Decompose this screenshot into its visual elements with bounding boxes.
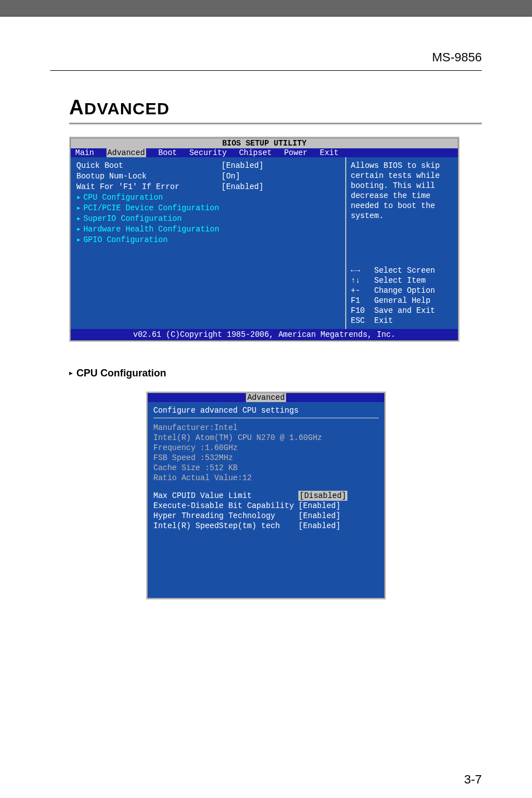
tab-chipset[interactable]: Chipset xyxy=(239,148,272,157)
tab-power[interactable]: Power xyxy=(284,148,307,157)
section-initial: A xyxy=(69,96,84,119)
tab-advanced-mini[interactable]: Advanced xyxy=(246,393,286,402)
key: ↑↓ xyxy=(351,275,374,286)
triangle-icon: ▸ xyxy=(76,235,81,244)
triangle-icon: ▸ xyxy=(76,225,81,234)
divider xyxy=(153,418,379,418)
opt-label: Hardware Health Configuration xyxy=(83,225,219,234)
key-desc: Select Screen xyxy=(374,265,435,275)
adv-title: Configure advanced CPU settings xyxy=(153,405,379,415)
triangle-icon: ▸ xyxy=(76,214,81,223)
opt-label: SuperIO Configuration xyxy=(83,214,181,223)
bios-left-pane: Quick Boot [Enabled] Bootup Num-Lock [On… xyxy=(71,157,346,329)
bios-tab-bar: Main Advanced Boot Security Chipset Powe… xyxy=(71,148,458,157)
section-title: ADVANCED xyxy=(69,96,482,119)
key: F1 xyxy=(351,296,374,306)
submenu-hw-health[interactable]: ▸Hardware Health Configuration xyxy=(76,224,340,235)
submenu-superio[interactable]: ▸SuperIO Configuration xyxy=(76,214,340,224)
key: ESC xyxy=(351,316,374,326)
tab-boot[interactable]: Boot xyxy=(158,148,177,157)
opt-value: [Disabled] xyxy=(298,491,347,501)
key-desc: Select Item xyxy=(374,275,425,286)
opt-hyper-threading[interactable]: Hyper Threading Technology [Enabled] xyxy=(153,511,379,521)
submenu-cpu-config[interactable]: ▸CPU Configuration xyxy=(76,192,340,203)
subheading-cpu-config: ▸CPU Configuration xyxy=(69,367,482,379)
section-rule xyxy=(69,123,482,124)
bios-footer: v02.61 (C)Copyright 1985-2006, American … xyxy=(71,329,458,340)
bios-utility-screen: BIOS SETUP UTILITY Main Advanced Boot Se… xyxy=(69,137,460,342)
tab-exit[interactable]: Exit xyxy=(320,148,338,157)
opt-label: Hyper Threading Technology xyxy=(153,511,298,521)
opt-value: [Enabled] xyxy=(298,511,341,521)
cpu-info-line: Ratio Actual Value:12 xyxy=(153,473,379,483)
cpu-info-line: FSB Speed :532MHz xyxy=(153,453,379,463)
opt-label: GPIO Configuration xyxy=(83,235,167,244)
opt-label: Intel(R) SpeedStep(tm) tech xyxy=(153,521,298,531)
cpu-info-line: Manufacturer:Intel xyxy=(153,423,379,433)
doc-header: MS-9856 xyxy=(50,50,482,70)
key-desc: Change Option xyxy=(374,286,435,296)
triangle-icon: ▸ xyxy=(76,204,81,212)
opt-label: CPU Configuration xyxy=(83,193,163,202)
opt-value: [Enabled] xyxy=(221,182,264,192)
opt-value: [On] xyxy=(221,171,240,182)
bios-right-pane: Allows BIOS to skip certain tests while … xyxy=(346,157,458,329)
opt-label: Wait For 'F1' If Error xyxy=(76,182,221,192)
key-desc: Save and Exit xyxy=(374,306,435,316)
triangle-icon: ▸ xyxy=(69,369,73,377)
key: ←→ xyxy=(351,265,374,275)
cpu-info-line: Intel(R) Atom(TM) CPU N270 @ 1.60GHz xyxy=(153,433,379,443)
key-desc: Exit xyxy=(374,316,393,326)
cpu-info-line: Frequency :1.60GHz xyxy=(153,443,379,453)
submenu-pci-pcie[interactable]: ▸PCI/PCIE Device Configuration xyxy=(76,203,340,214)
opt-label: PCI/PCIE Device Configuration xyxy=(83,204,219,212)
help-keys: ←→Select Screen ↑↓Select Item +-Change O… xyxy=(351,265,453,326)
key-desc: General Help xyxy=(374,296,431,306)
opt-value: [Enabled] xyxy=(221,161,264,171)
opt-quick-boot[interactable]: Quick Boot [Enabled] xyxy=(76,161,340,171)
section-rest: DVANCED xyxy=(84,99,170,118)
help-text: Allows BIOS to skip certain tests while … xyxy=(351,161,453,221)
cpu-info-line: Cache Size :512 KB xyxy=(153,463,379,473)
tab-security[interactable]: Security xyxy=(189,148,226,157)
opt-wait-f1[interactable]: Wait For 'F1' If Error [Enabled] xyxy=(76,182,340,192)
opt-max-cpuid[interactable]: Max CPUID Value Limit [Disabled] xyxy=(153,491,379,501)
opt-value: [Enabled] xyxy=(298,521,341,531)
tab-main[interactable]: Main xyxy=(75,148,94,157)
bios-title: BIOS SETUP UTILITY xyxy=(71,138,458,148)
key: +- xyxy=(351,286,374,296)
triangle-icon: ▸ xyxy=(76,193,81,202)
cpu-config-screen: Advanced Configure advanced CPU settings… xyxy=(146,391,386,599)
opt-label: Quick Boot xyxy=(76,161,221,171)
opt-label: Max CPUID Value Limit xyxy=(153,491,298,501)
opt-execute-disable[interactable]: Execute-Disable Bit Capability [Enabled] xyxy=(153,501,379,511)
submenu-gpio[interactable]: ▸GPIO Configuration xyxy=(76,235,340,245)
opt-value: [Enabled] xyxy=(298,501,341,511)
tab-advanced[interactable]: Advanced xyxy=(107,148,146,157)
opt-label: Execute-Disable Bit Capability xyxy=(153,501,298,511)
opt-label: Bootup Num-Lock xyxy=(76,171,221,182)
header-rule xyxy=(50,70,482,71)
opt-bootup-numlock[interactable]: Bootup Num-Lock [On] xyxy=(76,171,340,182)
adv-tab-bar: Advanced xyxy=(148,393,384,402)
page-number: 3-7 xyxy=(464,772,482,787)
key: F10 xyxy=(351,306,374,316)
opt-speedstep[interactable]: Intel(R) SpeedStep(tm) tech [Enabled] xyxy=(153,521,379,531)
